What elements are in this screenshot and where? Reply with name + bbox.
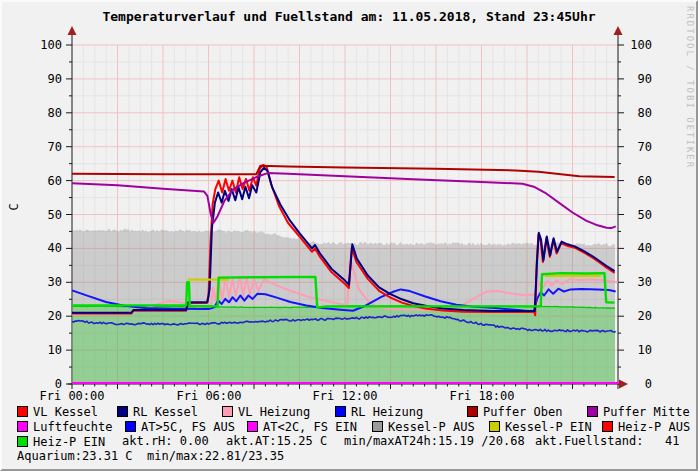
y-tick-label-right: 100	[622, 39, 652, 51]
y-tick-label-left: 80	[30, 107, 62, 119]
legend-item: Puffer Oben	[467, 405, 562, 419]
y-tick-label-right: 70	[622, 141, 652, 153]
legend-label: Kessel-P EIN	[505, 420, 592, 434]
y-tick-label-left: 60	[30, 175, 62, 187]
y-tick-label-left: 30	[30, 276, 62, 288]
legend-item: Luftfeuchte	[17, 420, 112, 434]
legend-label: Heiz-P EIN	[33, 435, 105, 449]
y-tick-label-left: 40	[30, 242, 62, 254]
legend-item: RL Heizung	[335, 405, 423, 419]
legend-item: AT>5C, FS AUS	[125, 420, 235, 434]
legend-label: Luftfeuchte	[33, 420, 112, 434]
legend-label: akt.rH: 0.00	[122, 434, 209, 448]
legend-item: akt.Fuellstand: 41	[535, 435, 680, 448]
x-axis-label: Fri 06:00	[169, 390, 249, 402]
legend-swatch	[125, 421, 136, 432]
legend-swatch	[17, 421, 28, 432]
legend-swatch	[222, 406, 233, 417]
series-puffer-mitte	[72, 173, 616, 228]
legend-item: Kessel-P EIN	[489, 420, 592, 434]
legend-item: AT<2C, FS EIN	[247, 420, 357, 434]
legend-item: Heiz-P EIN	[17, 435, 105, 449]
legend-item: Heiz-P AUS	[602, 420, 690, 434]
y-tick-label-left: 100	[30, 39, 62, 51]
legend-label: VL Kessel	[33, 405, 98, 419]
legend-swatch	[17, 406, 28, 417]
legend-swatch	[602, 421, 613, 432]
fuellstand-area	[72, 306, 615, 384]
legend-swatch	[467, 406, 478, 417]
y-tick-label-left: 70	[30, 141, 62, 153]
y-tick-label-right: 60	[622, 175, 652, 187]
y-tick-label-right: 50	[622, 209, 652, 221]
y-tick-label-left: 90	[30, 73, 62, 85]
legend-label: RL Heizung	[351, 405, 423, 419]
legend-item: VL Kessel	[17, 405, 98, 419]
legend-item: RL Kessel	[117, 405, 198, 419]
y-tick-label-right: 90	[622, 73, 652, 85]
legend-label: min/max:22.81/23.35	[147, 449, 284, 463]
legend-label: VL Heizung	[238, 405, 310, 419]
legend-label: Kessel-P AUS	[388, 420, 475, 434]
legend-swatch	[489, 421, 500, 432]
legend-label: AT<2C, FS EIN	[263, 420, 357, 434]
legend-swatch	[17, 436, 28, 447]
legend-swatch	[117, 406, 128, 417]
rrdtool-graph-window: Temperaturverlauf und Fuellstand am: 11.…	[0, 0, 698, 471]
y-tick-label-right: 80	[622, 107, 652, 119]
legend-item: min/max:22.81/23.35	[147, 450, 284, 463]
legend-item: min/maxAT24h:15.19 /20.68	[344, 435, 525, 448]
legend-item: akt.rH: 0.00	[122, 435, 209, 448]
legend-label: Heiz-P AUS	[618, 420, 690, 434]
y-tick-label-right: 20	[622, 310, 652, 322]
y-tick-label-left: 10	[30, 344, 62, 356]
y-tick-label-right: 0	[622, 378, 652, 390]
x-axis-label: Fri 00:00	[32, 390, 112, 402]
legend-swatch	[335, 406, 346, 417]
legend-swatch	[372, 421, 383, 432]
legend-label: Aquarium:23.31 C	[17, 449, 133, 463]
y-tick-label-right: 10	[622, 344, 652, 356]
legend-item: Puffer Mitte	[587, 405, 690, 419]
legend-label: Puffer Mitte	[603, 405, 690, 419]
legend-swatch	[587, 406, 598, 417]
legend-item: akt.AT:15.25 C	[226, 435, 327, 448]
y-tick-label-right: 40	[622, 242, 652, 254]
legend-swatch	[247, 421, 258, 432]
legend-item: Kessel-P AUS	[372, 420, 475, 434]
legend-label: RL Kessel	[133, 405, 198, 419]
x-axis-label: Fri 12:00	[305, 390, 385, 402]
legend-label: akt.AT:15.25 C	[226, 434, 327, 448]
legend-item: VL Heizung	[222, 405, 310, 419]
legend-label: min/maxAT24h:15.19 /20.68	[344, 434, 525, 448]
legend-label: AT>5C, FS AUS	[141, 420, 235, 434]
x-axis-label: Fri 18:00	[442, 390, 522, 402]
legend-label: Puffer Oben	[483, 405, 562, 419]
legend-item: Aquarium:23.31 C	[17, 450, 133, 463]
y-tick-label-right: 30	[622, 276, 652, 288]
y-tick-label-left: 50	[30, 209, 62, 221]
legend-label: akt.Fuellstand: 41	[535, 434, 680, 448]
y-tick-label-left: 20	[30, 310, 62, 322]
